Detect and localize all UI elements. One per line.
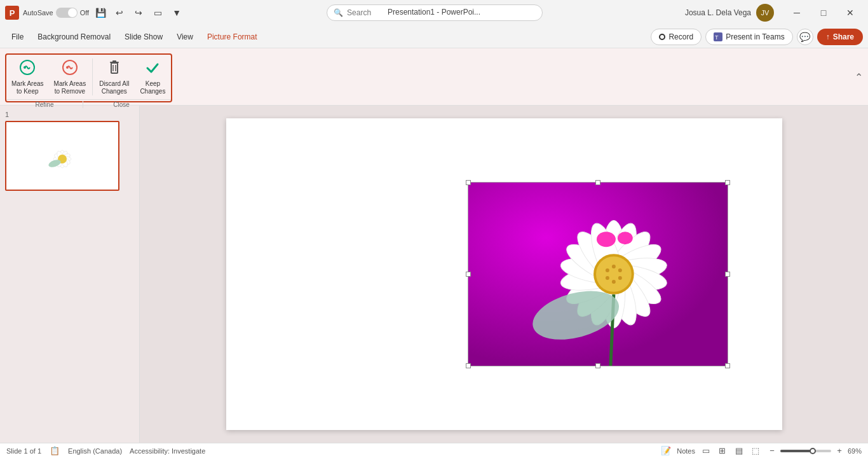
- autosave-section: AutoSave Off: [23, 8, 89, 18]
- app-title: Presentation1 - PowerPoi...: [388, 8, 480, 17]
- ribbon-buttons-row: Mark Areas to Keep Mark Areas to Remove: [6, 55, 171, 99]
- svg-point-48: [597, 232, 616, 247]
- zoom-slider[interactable]: [780, 450, 831, 452]
- slide-info: Slide 1 of 1: [6, 447, 41, 455]
- window-controls: ─ □ ✕: [784, 4, 863, 22]
- title-bar-icons: 💾 ↩ ↪ ▭ ▼: [93, 5, 184, 20]
- normal-view-icon[interactable]: ▭: [700, 445, 712, 457]
- share-label: Share: [833, 32, 854, 41]
- present-in-teams-button[interactable]: T Present in Teams: [705, 29, 793, 45]
- mark-keep-icon: [18, 59, 36, 79]
- status-bar-right: 📝 Notes ▭ ⊞ ▤ ⬚ − + 69%: [660, 445, 862, 457]
- handle-ml[interactable]: [466, 272, 471, 277]
- svg-point-4: [66, 66, 69, 69]
- refine-group-label: Refine: [6, 101, 83, 108]
- handle-bl[interactable]: [466, 363, 471, 368]
- zoom-out-icon[interactable]: −: [766, 445, 778, 457]
- menu-view[interactable]: View: [170, 30, 200, 44]
- svg-point-44: [605, 276, 609, 280]
- handle-bm[interactable]: [595, 363, 600, 368]
- record-button[interactable]: Record: [651, 29, 702, 45]
- zoom-in-icon[interactable]: +: [834, 445, 845, 457]
- notes-label: Notes: [677, 447, 695, 455]
- record-dot-icon: [659, 34, 665, 40]
- reading-view-icon[interactable]: ▤: [733, 445, 745, 457]
- svg-point-45: [605, 268, 609, 272]
- autosave-state: Off: [80, 9, 89, 17]
- slide-sorter-icon[interactable]: ⊞: [717, 445, 728, 457]
- zoom-slider-fill: [780, 450, 811, 452]
- handle-tl[interactable]: [466, 180, 471, 185]
- svg-point-42: [618, 276, 621, 280]
- svg-point-43: [611, 280, 615, 284]
- handle-br[interactable]: [725, 363, 730, 368]
- customize-icon[interactable]: ▼: [169, 5, 184, 20]
- menu-slide-show[interactable]: Slide Show: [118, 30, 169, 44]
- canvas-area: [140, 106, 868, 443]
- svg-rect-9: [112, 60, 116, 62]
- toggle-knob: [68, 8, 77, 17]
- zoom-level: 69%: [848, 447, 862, 455]
- daisy-background: [468, 183, 728, 366]
- search-icon: 🔍: [334, 8, 343, 17]
- slide-thumbnail[interactable]: [5, 121, 119, 191]
- app-icon: P: [5, 6, 19, 20]
- svg-text:T: T: [715, 34, 719, 40]
- language: English (Canada): [68, 447, 122, 455]
- present-icon[interactable]: ▭: [150, 5, 165, 20]
- autosave-toggle[interactable]: [56, 8, 78, 18]
- svg-rect-6: [111, 63, 118, 73]
- share-button[interactable]: ↑ Share: [817, 29, 863, 45]
- menu-background-removal[interactable]: Background Removal: [31, 30, 117, 44]
- status-bar: Slide 1 of 1 📋 English (Canada) Accessib…: [0, 443, 868, 458]
- menu-picture-format[interactable]: Picture Format: [201, 30, 264, 44]
- svg-point-49: [617, 232, 632, 244]
- mark-keep-label: Mark Areas to Keep: [11, 80, 44, 95]
- handle-tm[interactable]: [595, 180, 600, 185]
- title-bar-left: P AutoSave Off 💾 ↩ ↪ ▭ ▼: [5, 5, 184, 20]
- accessibility: Accessibility: Investigate: [130, 447, 205, 455]
- menu-bar-right: Record T Present in Teams 💬 ↑ Share: [651, 29, 863, 45]
- svg-point-39: [596, 256, 632, 292]
- daisy-svg: [468, 183, 728, 366]
- main-content: 1: [0, 106, 868, 443]
- redo-icon[interactable]: ↪: [131, 5, 146, 20]
- avatar: JV: [756, 4, 774, 22]
- discard-changes-button[interactable]: Discard All Changes: [94, 55, 134, 99]
- undo-icon[interactable]: ↩: [112, 5, 127, 20]
- slide-image[interactable]: [468, 182, 728, 366]
- slide-notes-icon[interactable]: 📋: [49, 445, 60, 457]
- mark-areas-keep-button[interactable]: Mark Areas to Keep: [6, 55, 49, 99]
- zoom-slider-thumb: [810, 448, 816, 454]
- comment-button[interactable]: 💬: [797, 29, 813, 45]
- notes-icon[interactable]: 📝: [660, 445, 672, 457]
- ribbon-group-labels: Refine Close: [6, 99, 171, 109]
- keep-label: Keep Changes: [140, 80, 165, 95]
- maximize-button[interactable]: □: [811, 4, 836, 22]
- title-bar-right: Josua L. Dela Vega JV ─ □ ✕: [685, 4, 863, 22]
- presenter-view-icon[interactable]: ⬚: [750, 445, 761, 457]
- ribbon-divider: [92, 59, 93, 95]
- ribbon-collapse-icon[interactable]: ⌃: [855, 71, 863, 83]
- close-button[interactable]: ✕: [837, 4, 863, 22]
- mark-remove-icon: [61, 59, 79, 79]
- keep-changes-button[interactable]: Keep Changes: [134, 55, 171, 99]
- ribbon-outlined-group: Mark Areas to Keep Mark Areas to Remove: [5, 53, 172, 102]
- autosave-label: AutoSave: [23, 9, 53, 17]
- teams-icon: T: [714, 32, 722, 41]
- slide-panel: 1: [0, 106, 140, 443]
- minimize-button[interactable]: ─: [784, 4, 810, 22]
- thumbnail-daisy-svg: [24, 130, 100, 181]
- close-group-label: Close: [83, 101, 159, 108]
- mark-remove-label: Mark Areas to Remove: [54, 80, 86, 95]
- svg-point-41: [618, 268, 621, 272]
- share-icon: ↑: [826, 32, 830, 41]
- save-icon[interactable]: 💾: [93, 5, 108, 20]
- zoom-control: − + 69%: [766, 445, 862, 457]
- menu-file[interactable]: File: [5, 30, 30, 44]
- discard-icon: [105, 59, 123, 79]
- handle-tr[interactable]: [725, 180, 730, 185]
- mark-areas-remove-button[interactable]: Mark Areas to Remove: [49, 55, 92, 99]
- user-name: Josua L. Dela Vega: [685, 8, 751, 17]
- handle-mr[interactable]: [725, 272, 730, 277]
